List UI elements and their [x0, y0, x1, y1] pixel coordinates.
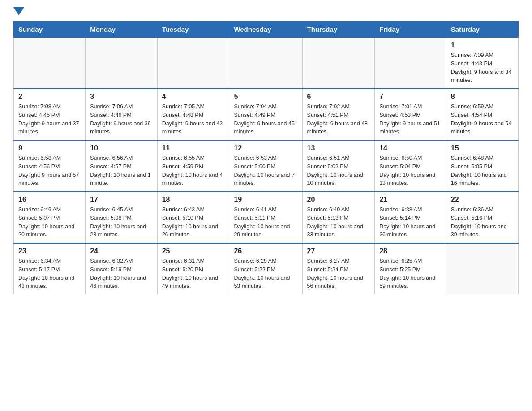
calendar-header: SundayMondayTuesdayWednesdayThursdayFrid…: [14, 22, 519, 38]
page-header: [13, 9, 519, 17]
day-info: Sunrise: 6:56 AMSunset: 4:57 PMDaylight:…: [90, 154, 152, 188]
day-number: 5: [234, 93, 297, 101]
week-row-5: 23Sunrise: 6:34 AMSunset: 5:17 PMDayligh…: [14, 243, 519, 294]
day-info: Sunrise: 7:04 AMSunset: 4:49 PMDaylight:…: [234, 103, 297, 136]
calendar-cell: 14Sunrise: 6:50 AMSunset: 5:04 PMDayligh…: [375, 140, 446, 192]
week-row-2: 2Sunrise: 7:08 AMSunset: 4:45 PMDaylight…: [14, 89, 519, 140]
day-info: Sunrise: 6:43 AMSunset: 5:10 PMDaylight:…: [162, 206, 225, 239]
day-number: 20: [307, 196, 370, 204]
day-info: Sunrise: 7:08 AMSunset: 4:45 PMDaylight:…: [18, 103, 81, 136]
day-headers-row: SundayMondayTuesdayWednesdayThursdayFrid…: [14, 22, 519, 38]
header-tuesday: Tuesday: [157, 22, 229, 38]
calendar-cell: 1Sunrise: 7:09 AMSunset: 4:43 PMDaylight…: [446, 37, 518, 89]
calendar-cell: 2Sunrise: 7:08 AMSunset: 4:45 PMDaylight…: [14, 89, 86, 140]
day-info: Sunrise: 6:58 AMSunset: 4:56 PMDaylight:…: [18, 154, 81, 188]
calendar-cell: 13Sunrise: 6:51 AMSunset: 5:02 PMDayligh…: [302, 140, 375, 192]
calendar-cell: 7Sunrise: 7:01 AMSunset: 4:53 PMDaylight…: [375, 89, 446, 140]
day-number: 16: [18, 196, 81, 204]
day-info: Sunrise: 6:32 AMSunset: 5:19 PMDaylight:…: [90, 257, 152, 291]
day-info: Sunrise: 6:51 AMSunset: 5:02 PMDaylight:…: [307, 154, 370, 188]
calendar-cell: 16Sunrise: 6:46 AMSunset: 5:07 PMDayligh…: [14, 192, 86, 243]
day-number: 8: [451, 93, 514, 101]
header-saturday: Saturday: [446, 22, 518, 38]
day-info: Sunrise: 6:29 AMSunset: 5:22 PMDaylight:…: [234, 257, 297, 291]
calendar-cell: 24Sunrise: 6:32 AMSunset: 5:19 PMDayligh…: [86, 243, 157, 294]
svg-marker-0: [13, 7, 24, 15]
day-info: Sunrise: 6:34 AMSunset: 5:17 PMDaylight:…: [18, 257, 81, 291]
day-info: Sunrise: 6:25 AMSunset: 5:25 PMDaylight:…: [379, 257, 442, 291]
calendar-cell: 25Sunrise: 6:31 AMSunset: 5:20 PMDayligh…: [157, 243, 229, 294]
calendar-cell: 19Sunrise: 6:41 AMSunset: 5:11 PMDayligh…: [229, 192, 302, 243]
day-number: 12: [234, 144, 297, 152]
calendar-cell: 17Sunrise: 6:45 AMSunset: 5:08 PMDayligh…: [86, 192, 157, 243]
day-number: 26: [234, 247, 297, 255]
day-number: 25: [162, 247, 225, 255]
day-number: 11: [162, 144, 225, 152]
calendar-cell: [302, 37, 375, 89]
day-number: 14: [379, 144, 442, 152]
calendar-cell: 4Sunrise: 7:05 AMSunset: 4:48 PMDaylight…: [157, 89, 229, 140]
calendar-cell: 23Sunrise: 6:34 AMSunset: 5:17 PMDayligh…: [14, 243, 86, 294]
header-monday: Monday: [86, 22, 157, 38]
day-info: Sunrise: 7:01 AMSunset: 4:53 PMDaylight:…: [379, 103, 442, 136]
day-info: Sunrise: 6:41 AMSunset: 5:11 PMDaylight:…: [234, 206, 297, 239]
day-info: Sunrise: 6:40 AMSunset: 5:13 PMDaylight:…: [307, 206, 370, 239]
day-number: 28: [379, 247, 442, 255]
logo-arrow-icon: [13, 7, 24, 18]
calendar-cell: 9Sunrise: 6:58 AMSunset: 4:56 PMDaylight…: [14, 140, 86, 192]
week-row-1: 1Sunrise: 7:09 AMSunset: 4:43 PMDaylight…: [14, 37, 519, 89]
day-number: 4: [162, 93, 225, 101]
day-number: 10: [90, 144, 152, 152]
calendar-cell: 15Sunrise: 6:48 AMSunset: 5:05 PMDayligh…: [446, 140, 518, 192]
day-number: 2: [18, 93, 81, 101]
day-number: 7: [379, 93, 442, 101]
day-number: 3: [90, 93, 152, 101]
calendar-cell: 26Sunrise: 6:29 AMSunset: 5:22 PMDayligh…: [229, 243, 302, 294]
day-number: 9: [18, 144, 81, 152]
day-info: Sunrise: 6:50 AMSunset: 5:04 PMDaylight:…: [379, 154, 442, 188]
day-info: Sunrise: 6:45 AMSunset: 5:08 PMDaylight:…: [90, 206, 152, 239]
day-number: 21: [379, 196, 442, 204]
day-info: Sunrise: 6:46 AMSunset: 5:07 PMDaylight:…: [18, 206, 81, 239]
header-wednesday: Wednesday: [229, 22, 302, 38]
day-number: 22: [451, 196, 514, 204]
day-info: Sunrise: 6:55 AMSunset: 4:59 PMDaylight:…: [162, 154, 225, 188]
calendar-cell: 27Sunrise: 6:27 AMSunset: 5:24 PMDayligh…: [302, 243, 375, 294]
calendar-cell: 11Sunrise: 6:55 AMSunset: 4:59 PMDayligh…: [157, 140, 229, 192]
week-row-4: 16Sunrise: 6:46 AMSunset: 5:07 PMDayligh…: [14, 192, 519, 243]
calendar-cell: [86, 37, 157, 89]
calendar-cell: 3Sunrise: 7:06 AMSunset: 4:46 PMDaylight…: [86, 89, 157, 140]
day-number: 13: [307, 144, 370, 152]
header-sunday: Sunday: [14, 22, 86, 38]
calendar-cell: 6Sunrise: 7:02 AMSunset: 4:51 PMDaylight…: [302, 89, 375, 140]
day-info: Sunrise: 7:02 AMSunset: 4:51 PMDaylight:…: [307, 103, 370, 136]
calendar-cell: 18Sunrise: 6:43 AMSunset: 5:10 PMDayligh…: [157, 192, 229, 243]
day-info: Sunrise: 6:27 AMSunset: 5:24 PMDaylight:…: [307, 257, 370, 291]
calendar-cell: 20Sunrise: 6:40 AMSunset: 5:13 PMDayligh…: [302, 192, 375, 243]
day-number: 27: [307, 247, 370, 255]
day-info: Sunrise: 6:59 AMSunset: 4:54 PMDaylight:…: [451, 103, 514, 136]
day-info: Sunrise: 7:06 AMSunset: 4:46 PMDaylight:…: [90, 103, 152, 136]
calendar-cell: 5Sunrise: 7:04 AMSunset: 4:49 PMDaylight…: [229, 89, 302, 140]
calendar-cell: [446, 243, 518, 294]
day-number: 23: [18, 247, 81, 255]
calendar-cell: [157, 37, 229, 89]
calendar-cell: [229, 37, 302, 89]
calendar-cell: 12Sunrise: 6:53 AMSunset: 5:00 PMDayligh…: [229, 140, 302, 192]
day-number: 1: [451, 41, 514, 49]
day-info: Sunrise: 6:48 AMSunset: 5:05 PMDaylight:…: [451, 154, 514, 188]
week-row-3: 9Sunrise: 6:58 AMSunset: 4:56 PMDaylight…: [14, 140, 519, 192]
day-info: Sunrise: 6:31 AMSunset: 5:20 PMDaylight:…: [162, 257, 225, 291]
day-number: 18: [162, 196, 225, 204]
calendar-table: SundayMondayTuesdayWednesdayThursdayFrid…: [13, 21, 519, 294]
header-thursday: Thursday: [302, 22, 375, 38]
day-number: 6: [307, 93, 370, 101]
day-info: Sunrise: 6:36 AMSunset: 5:16 PMDaylight:…: [451, 206, 514, 239]
day-number: 24: [90, 247, 152, 255]
calendar-cell: 8Sunrise: 6:59 AMSunset: 4:54 PMDaylight…: [446, 89, 518, 140]
logo: [13, 9, 24, 17]
calendar-cell: [375, 37, 446, 89]
day-number: 17: [90, 196, 152, 204]
calendar-cell: 22Sunrise: 6:36 AMSunset: 5:16 PMDayligh…: [446, 192, 518, 243]
calendar-cell: 21Sunrise: 6:38 AMSunset: 5:14 PMDayligh…: [375, 192, 446, 243]
